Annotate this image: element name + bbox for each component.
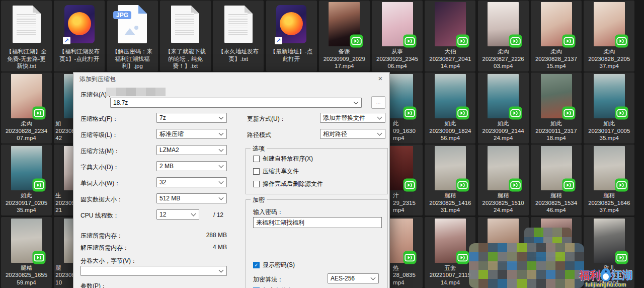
text-file-icon [171,6,199,43]
file-thumbnail-area [1,73,52,120]
file-tile[interactable]: 柔肉20230827_222603.mp4 [478,1,529,71]
volume-size-combo[interactable] [80,266,227,276]
file-tile[interactable]: 五套20221007_211914.mp4 [425,217,475,288]
video-play-badge-icon [509,178,522,192]
path-mode-combo[interactable]: 相对路径 [320,129,385,139]
sfx-checkbox[interactable]: 创建自释放程序(X) [253,155,313,163]
solid-size-combo[interactable]: 512 MB [156,193,227,203]
document-lines-decoration [175,13,194,37]
delete-after-checkbox[interactable]: 操作完成后删除源文件 [253,180,323,188]
file-thumbnail-area [425,1,475,48]
file-tile[interactable]: ↗ 【最新地址】-点此打开 [266,1,317,71]
cpu-threads-label: CPU 线程数： [80,211,119,220]
file-thumbnail-area [425,217,475,264]
file-tile[interactable]: 腿精20230825_165559.mp4 [1,217,52,288]
video-play-badge-icon [32,106,46,120]
video-thumbnail [382,2,413,46]
archive-name-combo[interactable]: 18.7z [110,98,362,108]
video-thumbnail [11,74,42,118]
video-thumbnail [594,219,625,263]
video-play-badge-icon [509,106,522,120]
jpg-badge: JPG [113,11,131,19]
encryption-method-combo[interactable]: AES-256 [328,273,379,283]
file-tile[interactable]: 腿精20230825_164637.mp4 [584,145,634,215]
video-play-badge-icon [32,251,46,264]
file-tile[interactable]: 备课20230909_202917.mp4 [319,1,370,71]
method-value: LZMA2 [157,147,217,154]
file-name: 【来了就能下载的论坛，纯免费！】.txt [160,48,211,70]
file-tile[interactable]: 腿精20230825_151024.mp4 [478,145,529,215]
dialog-title: 添加到压缩包 [79,75,116,84]
chevron-down-icon [219,268,224,273]
options-group: 选项 创建自释放程序(X) 压缩共享文件 操作完成后删除源文件 [246,148,388,194]
file-tile[interactable]: 【永久地址发布页】.txt [213,1,264,71]
path-mode-value: 相对路径 [320,130,376,138]
word-size-combo[interactable]: 32 [156,177,227,187]
browse-button[interactable]: ... [371,96,385,109]
video-thumbnail [435,219,466,263]
shared-files-checkbox[interactable]: 压缩共享文件 [253,167,299,176]
delete-after-checkbox-label: 操作完成后删除源文件 [263,180,323,188]
file-tile[interactable]: 大伯20230827_204114.mp4 [425,1,475,71]
password-input[interactable]: 来福利江湖找福利 [253,217,382,228]
method-combo[interactable]: LZMA2 [156,145,227,155]
level-combo[interactable]: 标准压缩 [156,129,227,139]
video-play-badge-icon [615,34,628,48]
cpu-threads-combo[interactable]: 12 [156,209,199,220]
cpu-threads-max: / 12 [213,211,223,219]
file-tile[interactable]: 如此20230911_231718.mp4 [531,73,582,143]
video-thumbnail [488,2,519,46]
file-tile[interactable]: JPG 【解压密码：来福利江湖找福利】.jpg [107,1,158,71]
close-icon[interactable]: × [376,74,385,83]
video-thumbnail [541,2,572,46]
file-tile[interactable]: 柔肉20230828_213715.mp4 [531,1,582,71]
watermark-mascot-icon [601,268,611,281]
video-play-badge-icon [403,34,417,48]
file-tile[interactable]: 【来了就能下载的论坛，纯免费！】.txt [160,1,211,71]
dialog-titlebar[interactable]: 添加到压缩包 × [73,73,389,85]
chevron-down-icon [191,211,196,217]
format-value: 7z [157,114,217,121]
file-name: 柔肉20230828_220537.mp4 [584,48,634,70]
video-play-badge-icon [509,34,522,48]
memory-compress-value: 288 MB [156,232,227,239]
file-tile[interactable]: 柔肉20230828_223407.mp4 [1,73,52,143]
chevron-down-icon [219,131,224,136]
file-name: 大伯20230827_204114.mp4 [425,48,475,70]
file-thumbnail-area [372,1,423,48]
video-play-badge-icon [562,178,576,192]
file-name: 柔肉20230827_222603.mp4 [478,48,529,70]
file-tile[interactable]: 腿精20230825_153446.mp4 [531,145,582,215]
file-tile[interactable]: ↗ 【福利江湖发布页1】-点此打开 [54,1,105,71]
file-tile[interactable]: 柔肉20230828_220537.mp4 [584,1,634,71]
show-password-checkbox[interactable]: ✓ 显示密码(S) [253,261,295,269]
method-label: 压缩方法(M)： [80,147,120,156]
file-thumbnail-area [160,1,211,48]
chevron-down-icon [354,100,359,105]
file-tile[interactable]: 如此20230909_214424.mp4 [478,73,529,143]
video-play-badge-icon [562,106,576,120]
file-name: 柔肉20230828_223407.mp4 [1,120,52,142]
level-value: 标准压缩 [157,130,217,138]
file-tile[interactable]: 如此20230917_020535.mp4 [1,145,52,215]
dict-size-combo[interactable]: 2 MB [156,161,227,171]
file-tile[interactable]: 如此20230909_182456.mp4 [425,73,475,143]
file-tile[interactable]: 从事20230923_234506.mp4 [372,1,423,71]
file-thumbnail-area [531,73,582,120]
add-to-archive-dialog: 添加到压缩包 × 压缩包(A)： 18.7z ... 压缩格式(F)： 7z 压… [73,72,390,288]
screen: { "grid": { "items": [ {"row":1,"col":1,… [0,0,644,288]
video-thumbnail [594,74,625,118]
file-tile[interactable]: 如此20230917_000535.mp4 [584,73,634,143]
update-mode-combo[interactable]: 添加并替换文件 [320,113,385,123]
solid-size-value: 512 MB [157,195,217,202]
cpu-threads-value: 12 [157,211,190,218]
file-tile[interactable]: 【福利江湖】全免费-无套路-更新快.txt [1,1,52,71]
show-password-label: 显示密码(S) [263,261,295,269]
format-combo[interactable]: 7z [156,113,227,123]
file-tile[interactable]: 腿精20230825_141631.mp4 [425,145,475,215]
chevron-down-icon [219,147,224,152]
file-name: 五套20221007_211914.mp4 [425,264,475,286]
file-thumbnail-area [1,1,52,48]
file-name: 如此20230917_000535.mp4 [584,120,634,142]
chevron-down-icon [219,115,224,120]
